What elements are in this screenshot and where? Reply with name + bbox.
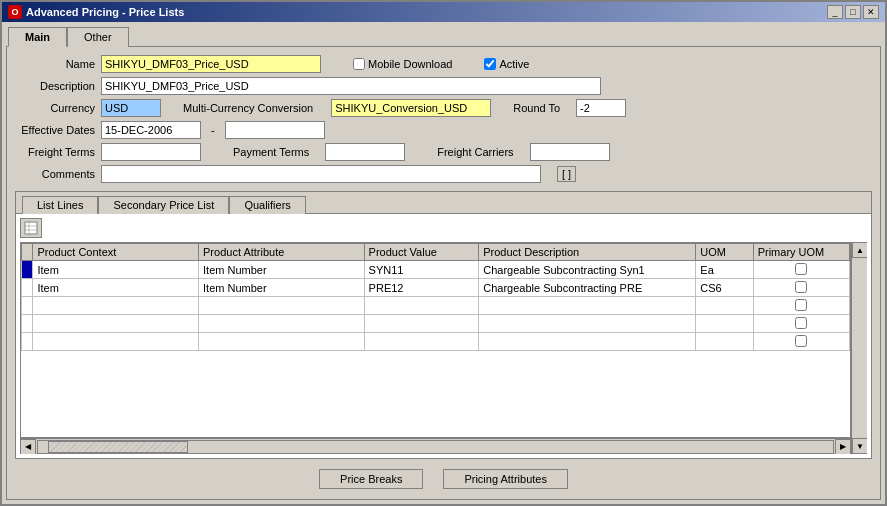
primary-uom-checkbox[interactable] — [795, 335, 807, 347]
cell-product-value[interactable]: SYN11 — [364, 261, 479, 279]
table-row[interactable] — [22, 315, 850, 333]
row-selector — [22, 333, 33, 351]
pricing-attributes-button[interactable]: Pricing Attributes — [443, 469, 568, 489]
cell-product-context[interactable]: Item — [33, 279, 199, 297]
primary-uom-checkbox[interactable] — [795, 263, 807, 275]
tab-qualifiers[interactable]: Qualifiers — [229, 196, 305, 214]
cell-product-attribute[interactable]: Item Number — [199, 261, 365, 279]
svg-rect-0 — [25, 222, 37, 234]
cell-product-description[interactable] — [479, 297, 696, 315]
primary-uom-checkbox[interactable] — [795, 317, 807, 329]
cell-product-attribute[interactable] — [199, 333, 365, 351]
cell-product-value[interactable] — [364, 315, 479, 333]
top-tab-bar: Main Other — [2, 22, 885, 46]
close-button[interactable]: ✕ — [863, 5, 879, 19]
scroll-v-track — [852, 258, 867, 438]
cell-primary-uom[interactable] — [753, 279, 849, 297]
col-primary-uom-header: Primary UOM — [753, 244, 849, 261]
payment-terms-input[interactable] — [325, 143, 405, 161]
cell-product-value[interactable] — [364, 333, 479, 351]
primary-uom-checkbox[interactable] — [795, 281, 807, 293]
freight-terms-input[interactable] — [101, 143, 201, 161]
multi-currency-input[interactable] — [331, 99, 491, 117]
scroll-up-button[interactable]: ▲ — [852, 242, 867, 258]
table-row[interactable] — [22, 333, 850, 351]
cell-product-attribute[interactable] — [199, 315, 365, 333]
name-label: Name — [15, 58, 95, 70]
active-checkbox[interactable] — [484, 58, 496, 70]
window-title: Advanced Pricing - Price Lists — [26, 6, 184, 18]
maximize-button[interactable]: □ — [845, 5, 861, 19]
date-separator: - — [207, 124, 219, 136]
col-product-context-header: Product Context — [33, 244, 199, 261]
currency-input[interactable] — [101, 99, 161, 117]
cell-uom[interactable]: CS6 — [696, 279, 753, 297]
currency-label: Currency — [15, 102, 95, 114]
cell-product-description[interactable] — [479, 315, 696, 333]
primary-uom-checkbox[interactable] — [795, 299, 807, 311]
main-content: Name Mobile Download Active Description — [6, 46, 881, 500]
data-table: Product Context Product Attribute Produc… — [21, 243, 850, 351]
description-input[interactable] — [101, 77, 601, 95]
col-product-value-header: Product Value — [364, 244, 479, 261]
scroll-thumb[interactable] — [48, 441, 188, 453]
scroll-right-button[interactable]: ▶ — [835, 439, 851, 455]
name-input[interactable] — [101, 55, 321, 73]
cell-primary-uom[interactable] — [753, 261, 849, 279]
name-row: Name Mobile Download Active — [15, 55, 872, 73]
spreadsheet-button[interactable] — [20, 218, 42, 238]
cell-product-description[interactable] — [479, 333, 696, 351]
round-to-label: Round To — [513, 102, 560, 114]
scroll-left-button[interactable]: ◀ — [20, 439, 36, 455]
mobile-download-checkbox[interactable] — [353, 58, 365, 70]
cell-product-attribute[interactable]: Item Number — [199, 279, 365, 297]
tab-other[interactable]: Other — [67, 27, 129, 47]
cell-product-value[interactable] — [364, 297, 479, 315]
title-bar-left: O Advanced Pricing - Price Lists — [8, 5, 184, 19]
comments-expand-button[interactable]: [ ] — [557, 166, 576, 182]
cell-uom[interactable] — [696, 297, 753, 315]
round-to-input[interactable] — [576, 99, 626, 117]
tab-main[interactable]: Main — [8, 27, 67, 47]
cell-uom[interactable]: Ea — [696, 261, 753, 279]
price-breaks-button[interactable]: Price Breaks — [319, 469, 423, 489]
cell-primary-uom[interactable] — [753, 333, 849, 351]
cell-product-context[interactable] — [33, 297, 199, 315]
currency-row: Currency Multi-Currency Conversion Round… — [15, 99, 872, 117]
main-window: O Advanced Pricing - Price Lists _ □ ✕ M… — [0, 0, 887, 506]
cell-product-context[interactable] — [33, 333, 199, 351]
cell-product-attribute[interactable] — [199, 297, 365, 315]
cell-uom[interactable] — [696, 315, 753, 333]
cell-primary-uom[interactable] — [753, 297, 849, 315]
table-row[interactable]: ItemItem NumberPRE12Chargeable Subcontra… — [22, 279, 850, 297]
comments-input[interactable] — [101, 165, 541, 183]
effective-from-input[interactable] — [101, 121, 201, 139]
horizontal-scrollbar: ◀ ▶ — [20, 438, 851, 454]
col-product-desc-header: Product Description — [479, 244, 696, 261]
description-label: Description — [15, 80, 95, 92]
cell-product-context[interactable]: Item — [33, 261, 199, 279]
tab-list-lines[interactable]: List Lines — [22, 196, 98, 214]
col-product-attribute-header: Product Attribute — [199, 244, 365, 261]
table-row[interactable] — [22, 297, 850, 315]
effective-to-input[interactable] — [225, 121, 325, 139]
scroll-down-button[interactable]: ▼ — [852, 438, 867, 454]
minimize-button[interactable]: _ — [827, 5, 843, 19]
effective-dates-row: Effective Dates - — [15, 121, 872, 139]
bottom-buttons: Price Breaks Pricing Attributes — [15, 463, 872, 491]
cell-product-context[interactable] — [33, 315, 199, 333]
title-buttons: _ □ ✕ — [827, 5, 879, 19]
row-selector — [22, 261, 33, 279]
cell-product-value[interactable]: PRE12 — [364, 279, 479, 297]
freight-carriers-input[interactable] — [530, 143, 610, 161]
table-row[interactable]: ItemItem NumberSYN11Chargeable Subcontra… — [22, 261, 850, 279]
cell-primary-uom[interactable] — [753, 315, 849, 333]
freight-terms-label: Freight Terms — [15, 146, 95, 158]
comments-label: Comments — [15, 168, 95, 180]
scroll-track — [37, 440, 834, 454]
cell-uom[interactable] — [696, 333, 753, 351]
cell-product-description[interactable]: Chargeable Subcontracting Syn1 — [479, 261, 696, 279]
tab-secondary-price-list[interactable]: Secondary Price List — [98, 196, 229, 214]
cell-product-description[interactable]: Chargeable Subcontracting PRE — [479, 279, 696, 297]
freight-row: Freight Terms Payment Terms Freight Carr… — [15, 143, 872, 161]
